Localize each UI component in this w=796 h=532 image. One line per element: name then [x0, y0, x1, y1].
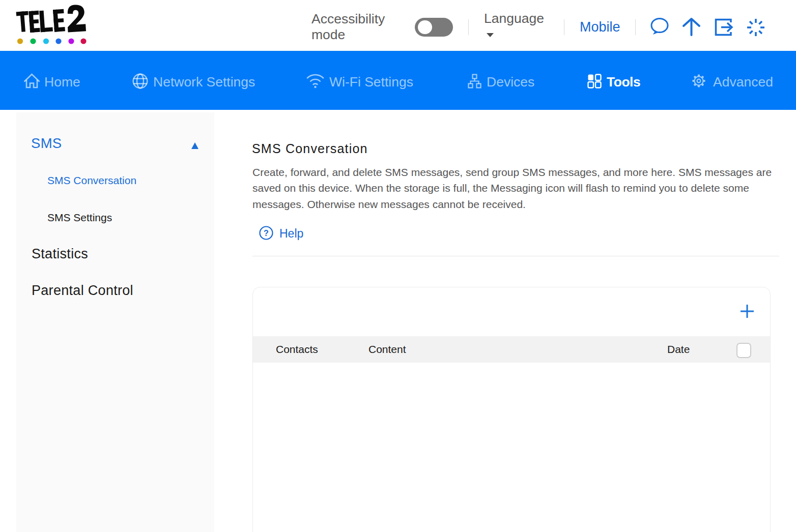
svg-text:?: ?	[264, 229, 269, 238]
